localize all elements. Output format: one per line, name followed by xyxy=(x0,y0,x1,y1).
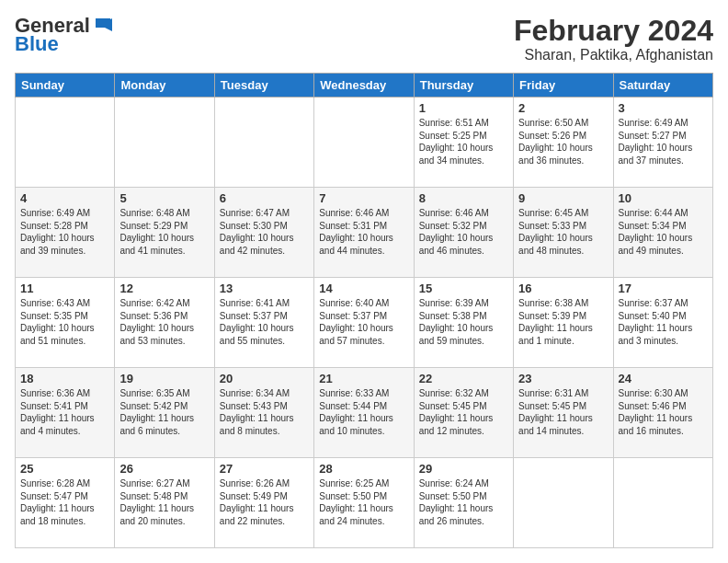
day-cell: 18Sunrise: 6:36 AM Sunset: 5:41 PM Dayli… xyxy=(16,368,115,458)
day-info: Sunrise: 6:34 AM Sunset: 5:43 PM Dayligh… xyxy=(220,387,309,437)
day-cell: 27Sunrise: 6:26 AM Sunset: 5:49 PM Dayli… xyxy=(214,458,313,548)
day-cell: 11Sunrise: 6:43 AM Sunset: 5:35 PM Dayli… xyxy=(16,278,115,368)
day-number: 8 xyxy=(419,191,508,205)
col-thursday: Thursday xyxy=(414,74,513,98)
day-number: 16 xyxy=(518,282,608,295)
day-info: Sunrise: 6:30 AM Sunset: 5:46 PM Dayligh… xyxy=(619,387,708,437)
day-cell: 29Sunrise: 6:24 AM Sunset: 5:50 PM Dayli… xyxy=(414,458,513,548)
day-cell: 4Sunrise: 6:49 AM Sunset: 5:28 PM Daylig… xyxy=(16,188,115,278)
day-info: Sunrise: 6:46 AM Sunset: 5:32 PM Dayligh… xyxy=(419,207,508,257)
day-cell: 21Sunrise: 6:33 AM Sunset: 5:44 PM Dayli… xyxy=(314,368,414,458)
day-number: 18 xyxy=(20,372,109,385)
day-info: Sunrise: 6:38 AM Sunset: 5:39 PM Dayligh… xyxy=(518,297,608,347)
day-info: Sunrise: 6:36 AM Sunset: 5:41 PM Dayligh… xyxy=(20,387,109,437)
day-number: 27 xyxy=(220,462,309,476)
day-number: 20 xyxy=(220,372,309,385)
day-info: Sunrise: 6:24 AM Sunset: 5:50 PM Dayligh… xyxy=(419,477,508,527)
day-cell: 3Sunrise: 6:49 AM Sunset: 5:27 PM Daylig… xyxy=(613,98,712,188)
day-info: Sunrise: 6:50 AM Sunset: 5:26 PM Dayligh… xyxy=(518,117,608,167)
day-cell: 10Sunrise: 6:44 AM Sunset: 5:34 PM Dayli… xyxy=(613,188,712,278)
day-number: 4 xyxy=(20,191,109,205)
day-info: Sunrise: 6:47 AM Sunset: 5:30 PM Dayligh… xyxy=(220,207,309,257)
day-cell: 2Sunrise: 6:50 AM Sunset: 5:26 PM Daylig… xyxy=(514,98,613,188)
day-number: 24 xyxy=(619,372,708,385)
logo-blue: Blue xyxy=(15,33,59,55)
title-block: February 2024 Sharan, Paktika, Afghanist… xyxy=(514,15,713,63)
day-number: 19 xyxy=(119,372,209,385)
logo: General Blue xyxy=(15,15,112,55)
day-info: Sunrise: 6:48 AM Sunset: 5:29 PM Dayligh… xyxy=(119,207,209,257)
day-info: Sunrise: 6:42 AM Sunset: 5:36 PM Dayligh… xyxy=(119,297,209,347)
calendar-table: Sunday Monday Tuesday Wednesday Thursday… xyxy=(15,73,713,548)
day-number: 22 xyxy=(419,372,508,385)
day-cell: 16Sunrise: 6:38 AM Sunset: 5:39 PM Dayli… xyxy=(514,278,613,368)
day-info: Sunrise: 6:43 AM Sunset: 5:35 PM Dayligh… xyxy=(20,297,109,347)
calendar-subtitle: Sharan, Paktika, Afghanistan xyxy=(514,47,713,63)
day-cell xyxy=(514,458,613,548)
day-number: 25 xyxy=(20,462,109,476)
day-info: Sunrise: 6:49 AM Sunset: 5:28 PM Dayligh… xyxy=(20,207,109,257)
day-number: 9 xyxy=(518,191,608,205)
col-friday: Friday xyxy=(514,74,613,98)
day-info: Sunrise: 6:41 AM Sunset: 5:37 PM Dayligh… xyxy=(220,297,309,347)
calendar-title: February 2024 xyxy=(514,15,713,47)
col-wednesday: Wednesday xyxy=(314,74,414,98)
day-cell: 8Sunrise: 6:46 AM Sunset: 5:32 PM Daylig… xyxy=(414,188,513,278)
day-number: 3 xyxy=(619,101,708,115)
week-row-4: 18Sunrise: 6:36 AM Sunset: 5:41 PM Dayli… xyxy=(16,368,713,458)
day-info: Sunrise: 6:37 AM Sunset: 5:40 PM Dayligh… xyxy=(619,297,708,347)
day-cell: 22Sunrise: 6:32 AM Sunset: 5:45 PM Dayli… xyxy=(414,368,513,458)
day-number: 26 xyxy=(119,462,209,476)
day-info: Sunrise: 6:49 AM Sunset: 5:27 PM Dayligh… xyxy=(619,117,708,167)
day-cell xyxy=(16,98,115,188)
day-info: Sunrise: 6:25 AM Sunset: 5:50 PM Dayligh… xyxy=(319,477,408,527)
col-sunday: Sunday xyxy=(16,74,115,98)
day-number: 7 xyxy=(319,191,408,205)
day-info: Sunrise: 6:32 AM Sunset: 5:45 PM Dayligh… xyxy=(419,387,508,437)
day-cell: 6Sunrise: 6:47 AM Sunset: 5:30 PM Daylig… xyxy=(214,188,313,278)
day-cell xyxy=(214,98,313,188)
day-cell: 17Sunrise: 6:37 AM Sunset: 5:40 PM Dayli… xyxy=(613,278,712,368)
day-number: 23 xyxy=(518,372,608,385)
day-number: 29 xyxy=(419,462,508,476)
day-number: 15 xyxy=(419,282,508,295)
day-info: Sunrise: 6:28 AM Sunset: 5:47 PM Dayligh… xyxy=(20,477,109,527)
day-info: Sunrise: 6:27 AM Sunset: 5:48 PM Dayligh… xyxy=(119,477,209,527)
day-cell: 19Sunrise: 6:35 AM Sunset: 5:42 PM Dayli… xyxy=(115,368,214,458)
header: General Blue February 2024 Sharan, Pakti… xyxy=(15,15,713,63)
day-info: Sunrise: 6:45 AM Sunset: 5:33 PM Dayligh… xyxy=(518,207,608,257)
day-cell xyxy=(613,458,712,548)
day-info: Sunrise: 6:35 AM Sunset: 5:42 PM Dayligh… xyxy=(119,387,209,437)
page: General Blue February 2024 Sharan, Pakti… xyxy=(0,0,728,563)
day-number: 14 xyxy=(319,282,408,295)
day-cell: 5Sunrise: 6:48 AM Sunset: 5:29 PM Daylig… xyxy=(115,188,214,278)
day-info: Sunrise: 6:40 AM Sunset: 5:37 PM Dayligh… xyxy=(319,297,408,347)
day-info: Sunrise: 6:39 AM Sunset: 5:38 PM Dayligh… xyxy=(419,297,508,347)
day-number: 13 xyxy=(220,282,309,295)
day-info: Sunrise: 6:46 AM Sunset: 5:31 PM Dayligh… xyxy=(319,207,408,257)
day-number: 2 xyxy=(518,101,608,115)
col-tuesday: Tuesday xyxy=(214,74,313,98)
day-cell: 23Sunrise: 6:31 AM Sunset: 5:45 PM Dayli… xyxy=(514,368,613,458)
day-cell: 12Sunrise: 6:42 AM Sunset: 5:36 PM Dayli… xyxy=(115,278,214,368)
day-cell xyxy=(115,98,214,188)
day-info: Sunrise: 6:51 AM Sunset: 5:25 PM Dayligh… xyxy=(419,117,508,167)
week-row-5: 25Sunrise: 6:28 AM Sunset: 5:47 PM Dayli… xyxy=(16,458,713,548)
day-number: 6 xyxy=(220,191,309,205)
day-cell: 20Sunrise: 6:34 AM Sunset: 5:43 PM Dayli… xyxy=(214,368,313,458)
week-row-3: 11Sunrise: 6:43 AM Sunset: 5:35 PM Dayli… xyxy=(16,278,713,368)
header-row: Sunday Monday Tuesday Wednesday Thursday… xyxy=(16,74,713,98)
day-cell: 13Sunrise: 6:41 AM Sunset: 5:37 PM Dayli… xyxy=(214,278,313,368)
day-cell: 14Sunrise: 6:40 AM Sunset: 5:37 PM Dayli… xyxy=(314,278,414,368)
day-cell: 28Sunrise: 6:25 AM Sunset: 5:50 PM Dayli… xyxy=(314,458,414,548)
col-monday: Monday xyxy=(115,74,214,98)
day-cell: 7Sunrise: 6:46 AM Sunset: 5:31 PM Daylig… xyxy=(314,188,414,278)
day-number: 11 xyxy=(20,282,109,295)
day-number: 5 xyxy=(119,191,209,205)
day-cell: 9Sunrise: 6:45 AM Sunset: 5:33 PM Daylig… xyxy=(514,188,613,278)
week-row-1: 1Sunrise: 6:51 AM Sunset: 5:25 PM Daylig… xyxy=(16,98,713,188)
col-saturday: Saturday xyxy=(613,74,712,98)
day-number: 1 xyxy=(419,101,508,115)
day-cell: 24Sunrise: 6:30 AM Sunset: 5:46 PM Dayli… xyxy=(613,368,712,458)
day-info: Sunrise: 6:33 AM Sunset: 5:44 PM Dayligh… xyxy=(319,387,408,437)
